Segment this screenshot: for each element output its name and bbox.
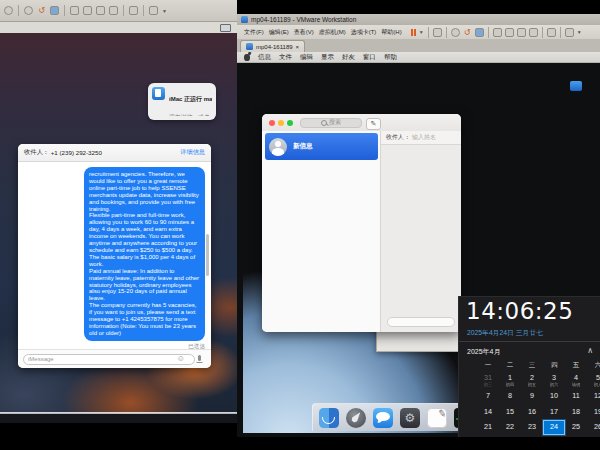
tab-view-icon[interactable] xyxy=(505,28,514,37)
details-button[interactable]: 详细信息 xyxy=(180,148,205,157)
tab-view-icon[interactable] xyxy=(83,6,92,15)
pause-icon[interactable] xyxy=(411,29,416,36)
calendar-day[interactable]: 3 xyxy=(587,435,600,437)
calendar-day[interactable]: 7 xyxy=(477,389,499,405)
snapshot-clock-icon[interactable] xyxy=(451,28,460,37)
system-preferences-icon[interactable]: ⚙ xyxy=(400,408,420,428)
macos-notification[interactable]: iMac 正运行 macOS 现在浏览，或者稍后在 中查看。 xyxy=(148,83,216,120)
calendar-day[interactable]: 26 xyxy=(587,420,600,436)
snapshot-revert-icon[interactable]: ↺ xyxy=(37,6,46,15)
enhanced-keyboard-icon[interactable] xyxy=(129,6,138,15)
calendar-day[interactable]: 17 xyxy=(543,404,565,420)
vm-tab[interactable]: mp04-161189 × xyxy=(240,40,305,52)
snapshot-manager-icon[interactable] xyxy=(475,28,484,37)
calendar-day[interactable]: 14 xyxy=(477,404,499,420)
calendar-month-label[interactable]: 2025年4月 xyxy=(467,347,500,357)
message-input[interactable] xyxy=(23,354,195,365)
calendar-day[interactable]: 3 初六 xyxy=(543,373,565,389)
fullscreen-icon[interactable] xyxy=(96,6,105,15)
calendar-day[interactable]: 21 xyxy=(477,420,499,436)
calendar-day[interactable]: 11 xyxy=(565,389,587,405)
calendar-day[interactable]: 15 xyxy=(499,404,521,420)
close-button[interactable] xyxy=(269,120,275,126)
mac-menu-item[interactable]: 好友 xyxy=(342,53,355,62)
clock-date[interactable]: 2025年4月24日 三月廿七 xyxy=(467,328,543,338)
recipient-phone[interactable]: +1 (239) 292-3250 xyxy=(51,149,102,156)
vmware-menu-item[interactable]: 帮助(H) xyxy=(379,28,403,37)
calendar-day[interactable]: 4 清明 xyxy=(565,373,587,389)
settings-icon[interactable] xyxy=(4,6,13,15)
unity-view-icon[interactable] xyxy=(109,6,118,15)
vmware-menu-item[interactable]: 编辑(E) xyxy=(267,28,291,37)
display-status-icon xyxy=(220,24,231,32)
calendar-day[interactable]: 24 xyxy=(543,420,565,436)
calendar-day[interactable]: 19 xyxy=(587,404,600,420)
calendar-day[interactable]: 1 xyxy=(543,435,565,437)
dropdown-caret-icon[interactable]: ▼ xyxy=(162,8,167,14)
vmware-menu-item[interactable]: 查看(V) xyxy=(292,28,316,37)
mac-menu-item[interactable]: 窗口 xyxy=(363,53,376,62)
microphone-icon[interactable] xyxy=(198,355,202,361)
conversation-title: 新信息 xyxy=(293,142,313,151)
display-fit-icon[interactable] xyxy=(565,28,574,37)
display-fit-icon[interactable] xyxy=(149,6,158,15)
unity-view-icon[interactable] xyxy=(529,28,538,37)
mac-menu-item[interactable]: 文件 xyxy=(279,53,292,62)
apple-logo-icon[interactable] xyxy=(244,54,250,61)
calendar-day[interactable]: 2 xyxy=(565,435,587,437)
to-label: 收件人： xyxy=(24,148,49,157)
fullscreen-icon[interactable] xyxy=(517,28,526,37)
calendar-day[interactable]: 23 xyxy=(521,420,543,436)
calendar-day[interactable]: 29 xyxy=(499,435,521,437)
snapshot-revert-icon[interactable]: ↺ xyxy=(463,28,472,37)
calendar-day[interactable]: 5 初八 xyxy=(587,373,600,389)
calendar-day[interactable]: 12 xyxy=(587,389,600,405)
scrollbar-thumb[interactable] xyxy=(206,234,209,276)
calendar-day[interactable]: 30 xyxy=(521,435,543,437)
console-view-icon[interactable] xyxy=(70,6,79,15)
vmware-menu-item[interactable]: 虚拟机(M) xyxy=(317,28,348,37)
calendar-day[interactable]: 8 xyxy=(499,389,521,405)
console-view-icon[interactable] xyxy=(493,28,502,37)
mac-desktop: iMac 正运行 macOS 现在浏览，或者稍后在 中查看。 收件人： +1 (… xyxy=(0,33,237,414)
search-input[interactable]: 搜索 xyxy=(300,118,362,128)
divider xyxy=(459,341,600,342)
compose-button[interactable]: ✎ xyxy=(366,118,381,130)
enhanced-keyboard-icon[interactable] xyxy=(547,28,556,37)
calendar-day[interactable]: 1 初四 xyxy=(499,373,521,389)
send-ctrl-alt-del-icon[interactable] xyxy=(433,28,442,37)
finder-icon[interactable] xyxy=(319,408,339,428)
calendar-day[interactable]: 16 xyxy=(521,404,543,420)
calendar-day[interactable]: 22 xyxy=(499,420,521,436)
mac-menu-item[interactable]: 显示 xyxy=(321,53,334,62)
launchpad-icon[interactable] xyxy=(346,408,366,428)
minimize-button[interactable] xyxy=(278,120,284,126)
calendar-day[interactable]: 2 初五 xyxy=(521,373,543,389)
chevron-up-icon[interactable]: ∧ xyxy=(587,346,593,355)
calendar-day[interactable]: 10 xyxy=(543,389,565,405)
textedit-icon[interactable]: ✎ xyxy=(427,408,447,428)
to-field[interactable]: 收件人： 输入姓名 xyxy=(381,131,461,145)
vmware-titlebar[interactable]: mp04-161189 - VMware Workstation xyxy=(237,14,600,25)
zoom-button[interactable] xyxy=(287,120,293,126)
calendar-day[interactable]: 28 xyxy=(477,435,499,437)
vmware-menu-item[interactable]: 文件(F) xyxy=(242,28,266,37)
dropdown-caret-icon[interactable]: ▼ xyxy=(419,29,424,35)
guest-notification-icon[interactable] xyxy=(570,81,582,91)
tab-close-icon[interactable]: × xyxy=(296,44,300,50)
messages-app-icon[interactable] xyxy=(373,408,393,428)
calendar-day[interactable]: 31 初三 xyxy=(477,373,499,389)
mac-menu-item[interactable]: 信息 xyxy=(258,53,271,62)
calendar-day[interactable]: 18 xyxy=(565,404,587,420)
emoji-icon[interactable]: ☺ xyxy=(177,355,185,363)
dropdown-caret-icon[interactable]: ▼ xyxy=(577,29,582,35)
vmware-menu-item[interactable]: 选项卡(T) xyxy=(349,28,379,37)
snapshot-manager-icon[interactable] xyxy=(50,6,59,15)
calendar-day[interactable]: 25 xyxy=(565,420,587,436)
mac-menu-item[interactable]: 帮助 xyxy=(384,53,397,62)
mac-menu-item[interactable]: 编辑 xyxy=(300,53,313,62)
snapshot-clock-icon[interactable] xyxy=(24,6,33,15)
calendar-day[interactable]: 9 xyxy=(521,389,543,405)
guest-message-input[interactable] xyxy=(387,317,455,327)
conversation-item-selected[interactable]: 新信息 xyxy=(265,133,378,160)
